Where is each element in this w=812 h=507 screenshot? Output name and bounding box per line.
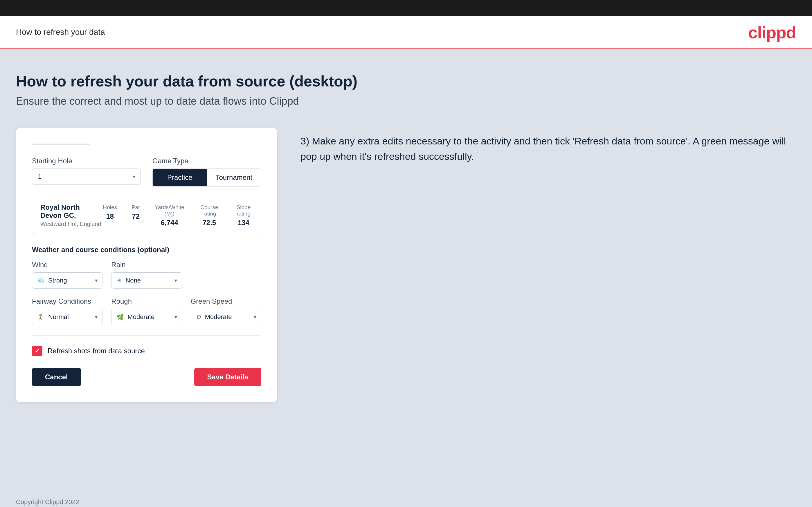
- header-title: How to refresh your data: [16, 27, 105, 37]
- wind-icon: 💨: [38, 277, 45, 284]
- course-name: Royal North Devon GC,: [40, 203, 103, 220]
- green-speed-field: Green Speed ⚙ Moderate ▾: [191, 297, 261, 325]
- tab-bar-placeholder: [32, 144, 261, 145]
- yards-stat: Yards/White (M)) 6,744: [155, 204, 184, 227]
- fairway-value: Normal: [48, 313, 69, 321]
- side-note: 3) Make any extra edits necessary to the…: [300, 128, 796, 164]
- rough-chevron-icon: ▾: [174, 314, 177, 320]
- course-location: Westward Ho!, England: [40, 221, 103, 227]
- green-speed-chevron-icon: ▾: [254, 314, 256, 320]
- refresh-checkbox-row[interactable]: ✓ Refresh shots from data source: [32, 346, 261, 356]
- rough-label: Rough: [111, 297, 182, 305]
- wind-rain-row: Wind 💨 Strong ▾ Rain ☀ None ▾: [32, 261, 261, 289]
- holes-stat: Holes 18: [103, 204, 117, 227]
- rough-field: Rough 🌿 Moderate ▾: [111, 297, 182, 325]
- wind-value: Strong: [48, 277, 67, 284]
- spacer-field: [191, 261, 261, 289]
- par-label: Par: [132, 204, 140, 211]
- course-stats: Holes 18 Par 72 Yards/White (M)) 6,744 C…: [103, 204, 253, 227]
- course-rating-stat: Course rating 72.5: [199, 204, 220, 227]
- rain-chevron-icon: ▾: [174, 277, 177, 284]
- yards-label: Yards/White (M)): [155, 204, 184, 217]
- wind-field: Wind 💨 Strong ▾: [32, 261, 102, 289]
- fairway-select[interactable]: 🏌 Normal ▾: [32, 309, 102, 325]
- course-rating-label: Course rating: [199, 204, 220, 217]
- starting-hole-field: Starting Hole 1 ▾: [32, 157, 141, 185]
- rain-select[interactable]: ☀ None ▾: [111, 272, 182, 289]
- yards-value: 6,744: [155, 219, 184, 227]
- starting-hole-gametype-row: Starting Hole 1 ▾ Game Type Practice Tou…: [32, 157, 261, 186]
- top-bar: [0, 0, 812, 16]
- game-type-buttons: Practice Tournament: [152, 169, 261, 186]
- rain-icon: ☀: [117, 277, 122, 284]
- rain-value: None: [125, 277, 141, 284]
- fairway-field: Fairway Conditions 🏌 Normal ▾: [32, 297, 102, 325]
- course-rating-value: 72.5: [199, 219, 220, 227]
- starting-hole-label: Starting Hole: [32, 157, 141, 165]
- fairway-chevron-icon: ▾: [95, 314, 98, 320]
- slope-rating-value: 134: [234, 219, 253, 227]
- header: How to refresh your data clippd: [0, 16, 812, 49]
- wind-select[interactable]: 💨 Strong ▾: [32, 272, 102, 289]
- checkmark-icon: ✓: [35, 347, 40, 355]
- holes-value: 18: [103, 212, 117, 220]
- starting-hole-value: 1: [38, 173, 42, 180]
- fairway-rough-green-row: Fairway Conditions 🏌 Normal ▾ Rough 🌿 Mo…: [32, 297, 261, 325]
- cancel-button[interactable]: Cancel: [32, 368, 81, 386]
- game-type-field: Game Type Practice Tournament: [152, 157, 261, 186]
- footer: Copyright Clippd 2022: [0, 490, 812, 507]
- refresh-checkbox-label: Refresh shots from data source: [48, 347, 145, 355]
- green-speed-value: Moderate: [205, 313, 232, 321]
- slope-rating-label: Slope rating: [234, 204, 253, 217]
- clippd-logo: clippd: [748, 22, 796, 42]
- course-info-row: Royal North Devon GC, Westward Ho!, Engl…: [32, 196, 261, 234]
- rough-icon: 🌿: [117, 314, 124, 321]
- weather-section-heading: Weather and course conditions (optional): [32, 246, 261, 254]
- rain-label: Rain: [111, 261, 182, 269]
- slope-rating-stat: Slope rating 134: [234, 204, 253, 227]
- tab-stub: [32, 144, 90, 145]
- rough-select[interactable]: 🌿 Moderate ▾: [111, 309, 182, 325]
- game-type-label: Game Type: [152, 157, 261, 165]
- form-divider: [32, 335, 261, 336]
- rough-value: Moderate: [128, 313, 154, 321]
- starting-hole-chevron-icon: ▾: [133, 173, 135, 180]
- fairway-label: Fairway Conditions: [32, 297, 102, 305]
- practice-button[interactable]: Practice: [153, 169, 207, 186]
- par-value: 72: [132, 212, 140, 220]
- content-area: Starting Hole 1 ▾ Game Type Practice Tou…: [16, 128, 796, 402]
- fairway-icon: 🏌: [38, 314, 45, 321]
- par-stat: Par 72: [132, 204, 140, 227]
- save-details-button[interactable]: Save Details: [194, 368, 261, 386]
- side-note-text: 3) Make any extra edits necessary to the…: [300, 133, 796, 164]
- wind-chevron-icon: ▾: [95, 277, 98, 284]
- tournament-button[interactable]: Tournament: [207, 169, 261, 186]
- page-subtitle: Ensure the correct and most up to date d…: [16, 95, 796, 107]
- refresh-checkbox[interactable]: ✓: [32, 346, 42, 356]
- main-content: How to refresh your data from source (de…: [0, 49, 812, 490]
- starting-hole-select[interactable]: 1 ▾: [32, 169, 141, 185]
- green-speed-icon: ⚙: [196, 314, 201, 321]
- course-name-block: Royal North Devon GC, Westward Ho!, Engl…: [40, 203, 103, 227]
- page-title: How to refresh your data from source (de…: [16, 72, 796, 90]
- form-panel: Starting Hole 1 ▾ Game Type Practice Tou…: [16, 128, 277, 402]
- wind-label: Wind: [32, 261, 102, 269]
- holes-label: Holes: [103, 204, 117, 211]
- rain-field: Rain ☀ None ▾: [111, 261, 182, 289]
- green-speed-select[interactable]: ⚙ Moderate ▾: [191, 309, 261, 325]
- copyright-text: Copyright Clippd 2022: [16, 498, 79, 506]
- button-row: Cancel Save Details: [32, 368, 261, 386]
- green-speed-label: Green Speed: [191, 297, 261, 305]
